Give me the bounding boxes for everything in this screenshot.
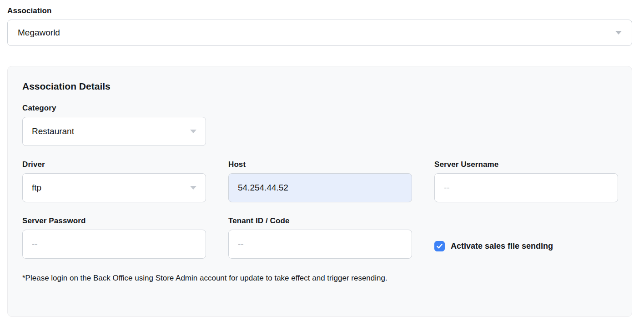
- server-username-input[interactable]: [434, 173, 618, 202]
- association-select[interactable]: Megaworld: [7, 20, 632, 46]
- fields-row-2: Server Password Tenant ID / Code Activat…: [22, 216, 617, 261]
- host-label: Host: [228, 160, 412, 169]
- server-password-input[interactable]: [22, 230, 206, 259]
- tenant-id-field-group: Tenant ID / Code: [228, 216, 412, 261]
- association-label: Association: [7, 6, 632, 15]
- check-icon: [437, 243, 443, 249]
- host-field-group: Host: [228, 160, 412, 202]
- activate-sales-checkbox[interactable]: [434, 241, 445, 251]
- server-password-label: Server Password: [22, 216, 206, 226]
- card-footnote: *Please login on the Back Office using S…: [22, 274, 617, 283]
- category-select[interactable]: Restaurant: [22, 117, 206, 146]
- driver-field-group: Driver ftp: [22, 160, 206, 202]
- association-selected-value: Megaworld: [18, 28, 60, 38]
- server-password-field-group: Server Password: [22, 216, 206, 261]
- activate-sales-group: Activate sales file sending: [434, 231, 618, 261]
- fields-row-1: Driver ftp Host Server Username: [22, 160, 617, 202]
- tenant-id-input[interactable]: [228, 230, 412, 259]
- category-label: Category: [22, 104, 206, 113]
- tenant-id-label: Tenant ID / Code: [228, 216, 412, 226]
- server-username-label: Server Username: [434, 160, 618, 169]
- chevron-down-icon: [615, 31, 622, 35]
- driver-label: Driver: [22, 160, 206, 169]
- page: Association Megaworld Association Detail…: [0, 0, 644, 317]
- category-selected-value: Restaurant: [32, 126, 74, 136]
- host-input[interactable]: [228, 173, 412, 202]
- server-username-field-group: Server Username: [434, 160, 618, 202]
- driver-select[interactable]: ftp: [22, 173, 206, 202]
- chevron-down-icon: [190, 130, 196, 133]
- card-title: Association Details: [22, 81, 617, 92]
- driver-selected-value: ftp: [32, 183, 41, 193]
- category-field-group: Category Restaurant: [22, 104, 206, 146]
- activate-sales-label: Activate sales file sending: [451, 241, 553, 251]
- association-details-card: Association Details Category Restaurant …: [7, 66, 632, 317]
- chevron-down-icon: [190, 186, 196, 190]
